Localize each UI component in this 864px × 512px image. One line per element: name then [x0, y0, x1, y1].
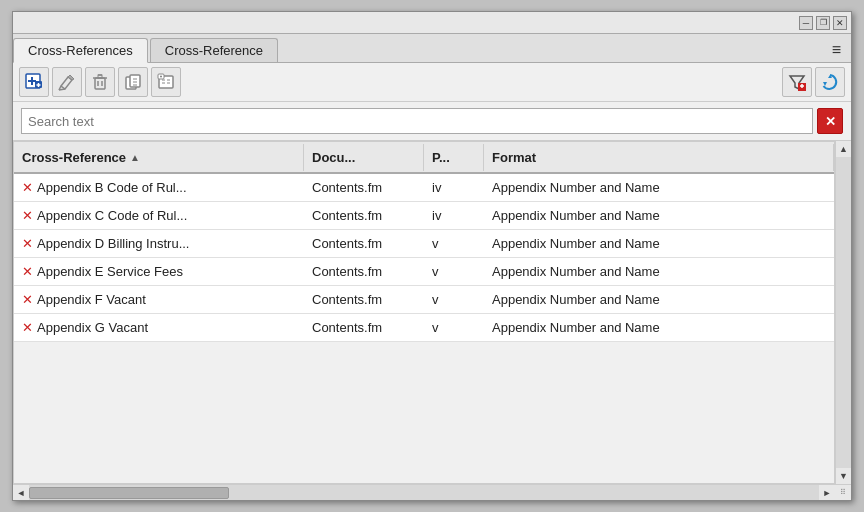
- error-icon-3: ✕: [22, 264, 33, 279]
- title-bar: ─ ❐ ✕: [13, 12, 851, 34]
- table-row[interactable]: ✕ Appendix G Vacant Contents.fm v Append…: [14, 314, 834, 342]
- table-row[interactable]: ✕ Appendix C Code of Rul... Contents.fm …: [14, 202, 834, 230]
- tab-cross-references[interactable]: Cross-References: [13, 38, 148, 63]
- close-button[interactable]: ✕: [833, 16, 847, 30]
- cell-format-5: Appendix Number and Name: [484, 316, 834, 339]
- edit-icon: [58, 73, 76, 91]
- error-icon-5: ✕: [22, 320, 33, 335]
- sort-asc-icon: ▲: [130, 152, 140, 163]
- cell-page-1: iv: [424, 204, 484, 227]
- cell-crossref-0: ✕ Appendix B Code of Rul...: [14, 176, 304, 199]
- search-clear-button[interactable]: ✕: [817, 108, 843, 134]
- cell-doc-5: Contents.fm: [304, 316, 424, 339]
- scroll-up-button[interactable]: ▲: [836, 141, 852, 157]
- error-icon-4: ✕: [22, 292, 33, 307]
- table-area: Cross-Reference ▲ Docu... P... Format: [13, 141, 851, 500]
- scroll-down-button[interactable]: ▼: [836, 468, 852, 484]
- cell-page-4: v: [424, 288, 484, 311]
- cell-format-1: Appendix Number and Name: [484, 204, 834, 227]
- cell-format-0: Appendix Number and Name: [484, 176, 834, 199]
- cell-doc-0: Contents.fm: [304, 176, 424, 199]
- resize-grip[interactable]: ⠿: [835, 485, 851, 501]
- import-button[interactable]: [118, 67, 148, 97]
- main-window: ─ ❐ ✕ Cross-References Cross-Reference ≡: [12, 11, 852, 501]
- refresh-icon: [820, 72, 840, 92]
- data-table: Cross-Reference ▲ Docu... P... Format: [13, 141, 835, 484]
- import-icon: [124, 73, 142, 91]
- delete-button[interactable]: [85, 67, 115, 97]
- cell-format-4: Appendix Number and Name: [484, 288, 834, 311]
- horizontal-scrollbar[interactable]: ◄ ► ⠿: [13, 484, 851, 500]
- cell-doc-3: Contents.fm: [304, 260, 424, 283]
- tab-cross-reference[interactable]: Cross-Reference: [150, 38, 278, 62]
- toolbar: [13, 63, 851, 102]
- error-icon-0: ✕: [22, 180, 33, 195]
- cell-doc-4: Contents.fm: [304, 288, 424, 311]
- table-with-scrollbar: Cross-Reference ▲ Docu... P... Format: [13, 141, 851, 484]
- search-bar: ✕: [13, 102, 851, 141]
- minimize-button[interactable]: ─: [799, 16, 813, 30]
- add-icon: [25, 73, 43, 91]
- error-icon-1: ✕: [22, 208, 33, 223]
- svg-marker-31: [823, 82, 827, 86]
- cell-format-2: Appendix Number and Name: [484, 232, 834, 255]
- scroll-left-button[interactable]: ◄: [13, 485, 29, 501]
- col-header-crossref[interactable]: Cross-Reference ▲: [14, 144, 304, 171]
- scroll-track-horizontal[interactable]: [29, 485, 819, 500]
- cell-crossref-2: ✕ Appendix D Billing Instru...: [14, 232, 304, 255]
- delete-icon: [91, 73, 109, 91]
- search-input[interactable]: [21, 108, 813, 134]
- scroll-track-vertical[interactable]: [836, 157, 851, 468]
- table-row[interactable]: ✕ Appendix B Code of Rul... Contents.fm …: [14, 174, 834, 202]
- title-bar-controls: ─ ❐ ✕: [799, 16, 847, 30]
- restore-button[interactable]: ❐: [816, 16, 830, 30]
- col-header-doc[interactable]: Docu...: [304, 144, 424, 171]
- cell-page-0: iv: [424, 176, 484, 199]
- export-icon: [157, 73, 175, 91]
- table-row[interactable]: ✕ Appendix E Service Fees Contents.fm v …: [14, 258, 834, 286]
- svg-rect-11: [98, 75, 102, 78]
- refresh-button[interactable]: [815, 67, 845, 97]
- tab-menu-button[interactable]: ≡: [826, 39, 847, 61]
- table-header: Cross-Reference ▲ Docu... P... Format: [14, 142, 834, 174]
- cell-crossref-1: ✕ Appendix C Code of Rul...: [14, 204, 304, 227]
- table-body: ✕ Appendix B Code of Rul... Contents.fm …: [14, 174, 834, 483]
- add-button[interactable]: [19, 67, 49, 97]
- cell-crossref-5: ✕ Appendix G Vacant: [14, 316, 304, 339]
- table-row[interactable]: ✕ Appendix F Vacant Contents.fm v Append…: [14, 286, 834, 314]
- export-button[interactable]: [151, 67, 181, 97]
- scroll-thumb-horizontal[interactable]: [29, 487, 229, 499]
- cell-crossref-3: ✕ Appendix E Service Fees: [14, 260, 304, 283]
- svg-rect-8: [95, 78, 105, 89]
- cell-format-3: Appendix Number and Name: [484, 260, 834, 283]
- cell-page-5: v: [424, 316, 484, 339]
- error-icon-2: ✕: [22, 236, 33, 251]
- col-header-format[interactable]: Format: [484, 144, 834, 171]
- col-header-page[interactable]: P...: [424, 144, 484, 171]
- edit-button[interactable]: [52, 67, 82, 97]
- table-row[interactable]: ✕ Appendix D Billing Instru... Contents.…: [14, 230, 834, 258]
- filter-icon: [788, 73, 806, 91]
- cell-page-3: v: [424, 260, 484, 283]
- scroll-right-button[interactable]: ►: [819, 485, 835, 501]
- tab-bar: Cross-References Cross-Reference ≡: [13, 34, 851, 63]
- cell-doc-2: Contents.fm: [304, 232, 424, 255]
- cell-doc-1: Contents.fm: [304, 204, 424, 227]
- svg-line-7: [59, 89, 65, 90]
- filter-button[interactable]: [782, 67, 812, 97]
- cell-page-2: v: [424, 232, 484, 255]
- cell-crossref-4: ✕ Appendix F Vacant: [14, 288, 304, 311]
- vertical-scrollbar[interactable]: ▲ ▼: [835, 141, 851, 484]
